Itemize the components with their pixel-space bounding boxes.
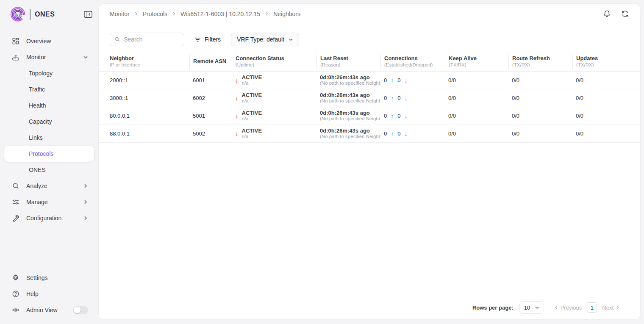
sidebar-item-settings[interactable]: Settings bbox=[4, 270, 94, 286]
breadcrumb-monitor[interactable]: Monitor bbox=[110, 11, 130, 17]
aviz-logo-icon: aviz bbox=[9, 6, 26, 23]
chevron-right-icon bbox=[83, 199, 88, 205]
chevron-right-icon bbox=[83, 216, 88, 221]
aviz-logo-text: aviz bbox=[13, 12, 23, 18]
cell-connections: 0 ↑ 0 ↓ bbox=[380, 130, 445, 137]
status-down-arrow-icon: ↓ bbox=[235, 94, 239, 102]
up-arrow-icon: ↑ bbox=[391, 95, 394, 102]
up-arrow-icon: ↑ bbox=[391, 113, 394, 119]
main-content: Monitor Protocols Wis6512-1-6003 | 10.20… bbox=[98, 3, 641, 320]
column-header-last-reset: Last Reset(Reason) bbox=[316, 55, 380, 69]
sidebar-item-help[interactable]: Help bbox=[4, 286, 94, 302]
collapse-sidebar-icon[interactable] bbox=[84, 11, 92, 18]
sidebar-item-label: Configuration bbox=[26, 215, 61, 222]
status-text: ACTIVE bbox=[242, 92, 262, 99]
sidebar-item-label: ONES bbox=[29, 166, 46, 173]
sidebar-item-label: Protocols bbox=[29, 150, 53, 157]
table-row[interactable]: 80.0.0.1 5001 ↓ ACTIVE n/a 0d:0h:26m:43s… bbox=[99, 107, 640, 125]
rows-per-page-select[interactable]: 10 bbox=[519, 301, 544, 314]
sidebar: aviz ONES Overview bbox=[0, 0, 98, 324]
help-circle-icon bbox=[12, 290, 19, 298]
column-header-route-refresh: Route Refresh(TX/RX) bbox=[508, 55, 572, 69]
last-reset-reason: (No path to specified Neighb... bbox=[320, 80, 380, 86]
sidebar-item-label: Capacity bbox=[29, 118, 52, 125]
cell-neighbor: 80.0.0.1 bbox=[110, 113, 189, 119]
cell-route-refresh: 0/0 bbox=[508, 95, 572, 101]
sidebar-item-overview[interactable]: Overview bbox=[4, 33, 94, 49]
status-down-arrow-icon: ↓ bbox=[235, 77, 239, 84]
table-row[interactable]: 88.0.0.1 5002 ↓ ACTIVE n/a 0d:0h:26m:43s… bbox=[99, 125, 640, 143]
filter-icon bbox=[194, 37, 201, 42]
cell-keep-alive: 0/0 bbox=[445, 95, 508, 101]
router-icon bbox=[12, 53, 19, 61]
cell-remote-asn: 5002 bbox=[189, 130, 232, 137]
cell-route-refresh: 0/0 bbox=[508, 113, 572, 119]
vrf-type-select[interactable]: VRF Type: default bbox=[231, 33, 299, 46]
cell-updates: 0/0 bbox=[572, 95, 629, 101]
sidebar-item-label: Help bbox=[26, 291, 39, 297]
cell-route-refresh: 0/0 bbox=[508, 130, 572, 137]
chevron-down-icon bbox=[289, 37, 293, 42]
chevron-down-icon bbox=[83, 55, 88, 60]
column-header-neighbor: NeighborIP or Interface bbox=[110, 55, 189, 69]
previous-page-button[interactable]: Previous bbox=[554, 305, 582, 311]
sidebar-item-configuration[interactable]: Configuration bbox=[4, 210, 94, 226]
brand-divider bbox=[30, 9, 31, 20]
sidebar-item-label: Health bbox=[29, 102, 46, 109]
established-count: 0 bbox=[384, 77, 387, 83]
sidebar-item-label: Links bbox=[29, 134, 43, 141]
sidebar-item-links[interactable]: Links bbox=[4, 130, 94, 146]
sidebar-item-monitor[interactable]: Monitor bbox=[4, 49, 94, 65]
sidebar-nav: Overview Monitor Topology Traffic bbox=[0, 27, 98, 270]
search-icon bbox=[12, 182, 19, 190]
column-header-updates: Updates(TX/RX) bbox=[572, 55, 629, 69]
table-body: 2000::1 6001 ↓ ACTIVE n/a 0d:0h:26m:43s … bbox=[99, 72, 640, 143]
sidebar-item-protocols[interactable]: Protocols bbox=[4, 146, 94, 162]
dropped-count: 0 bbox=[397, 130, 400, 137]
chevron-right-icon bbox=[264, 11, 269, 16]
sidebar-item-health[interactable]: Health bbox=[4, 97, 94, 114]
search-input[interactable] bbox=[124, 36, 180, 43]
breadcrumb-device[interactable]: Wis6512-1-6003 | 10.20.12.15 bbox=[180, 11, 260, 17]
sidebar-item-traffic[interactable]: Traffic bbox=[4, 81, 94, 97]
cell-connection-status: ↓ ACTIVE n/a bbox=[232, 127, 316, 140]
cell-connections: 0 ↑ 0 ↓ bbox=[380, 77, 445, 84]
dropped-count: 0 bbox=[397, 113, 400, 119]
sidebar-item-label: Traffic bbox=[29, 86, 45, 93]
sidebar-item-capacity[interactable]: Capacity bbox=[4, 114, 94, 130]
cell-keep-alive: 0/0 bbox=[445, 113, 508, 119]
refresh-icon[interactable] bbox=[621, 10, 629, 18]
cell-neighbor: 88.0.0.1 bbox=[110, 130, 189, 137]
status-text: ACTIVE bbox=[242, 127, 262, 134]
cell-last-reset: 0d:0h:26m:43s ago (No path to specified … bbox=[316, 92, 380, 104]
chevron-right-icon bbox=[134, 11, 139, 16]
column-header-remote-asn: Remote ASN bbox=[189, 55, 232, 69]
sidebar-item-admin-view[interactable]: Admin View bbox=[4, 302, 94, 318]
uptime-text: n/a bbox=[242, 116, 262, 122]
notifications-bell-icon[interactable] bbox=[603, 10, 611, 18]
sidebar-item-label: Monitor bbox=[26, 54, 46, 61]
column-header-keep-alive: Keep Alive(TX/RX) bbox=[445, 55, 508, 69]
next-page-button[interactable]: Next bbox=[602, 305, 620, 311]
breadcrumb-neighbors[interactable]: Neighbors bbox=[273, 11, 300, 17]
sidebar-item-topology[interactable]: Topology bbox=[4, 65, 94, 81]
table-row[interactable]: 2000::1 6001 ↓ ACTIVE n/a 0d:0h:26m:43s … bbox=[99, 72, 640, 89]
breadcrumb-protocols[interactable]: Protocols bbox=[143, 11, 167, 17]
admin-view-toggle[interactable] bbox=[73, 306, 88, 314]
established-count: 0 bbox=[384, 130, 387, 137]
neighbors-table: NeighborIP or Interface Remote ASN Conne… bbox=[99, 52, 640, 298]
table-row[interactable]: 3000::1 6002 ↓ ACTIVE n/a 0d:0h:26m:43s … bbox=[99, 89, 640, 107]
cell-updates: 0/0 bbox=[572, 130, 629, 137]
pagination-bar: Rows per page: 10 Previous 1 Next bbox=[99, 298, 640, 319]
cell-updates: 0/0 bbox=[572, 77, 629, 83]
table-toolbar: Filters VRF Type: default bbox=[99, 24, 640, 52]
filters-button[interactable]: Filters bbox=[192, 36, 223, 43]
sidebar-item-manage[interactable]: Manage bbox=[4, 194, 94, 210]
up-arrow-icon: ↑ bbox=[391, 77, 394, 84]
current-page-indicator[interactable]: 1 bbox=[587, 302, 597, 313]
filters-label: Filters bbox=[205, 36, 221, 43]
sidebar-item-ones[interactable]: ONES bbox=[4, 162, 94, 178]
status-text: ACTIVE bbox=[242, 110, 262, 116]
down-arrow-icon: ↓ bbox=[404, 94, 408, 102]
sidebar-item-analyze[interactable]: Analyze bbox=[4, 178, 94, 194]
